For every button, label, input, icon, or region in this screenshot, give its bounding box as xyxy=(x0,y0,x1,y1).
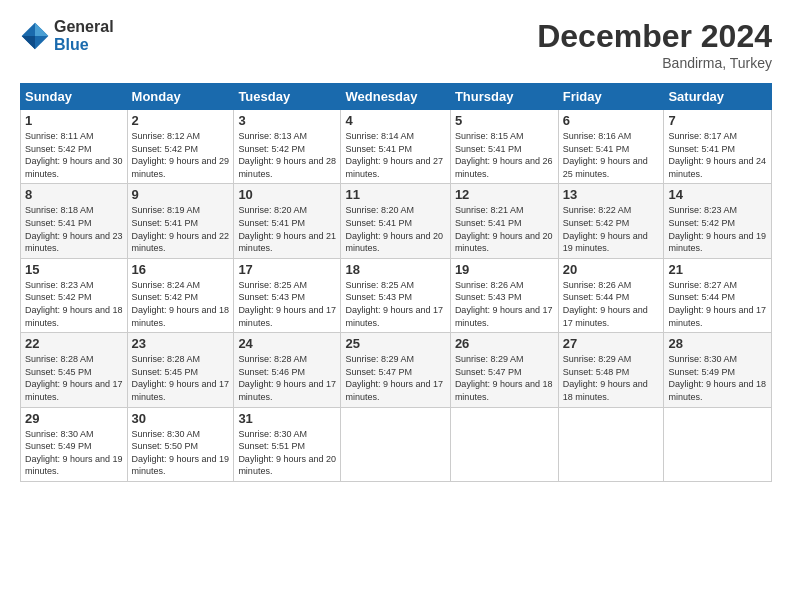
calendar-day-14: 14Sunrise: 8:23 AM Sunset: 5:42 PM Dayli… xyxy=(664,184,772,258)
day-info: Sunrise: 8:11 AM Sunset: 5:42 PM Dayligh… xyxy=(25,130,123,180)
day-info: Sunrise: 8:26 AM Sunset: 5:44 PM Dayligh… xyxy=(563,279,660,329)
logo-blue: Blue xyxy=(54,36,114,54)
day-number: 14 xyxy=(668,187,767,202)
day-number: 22 xyxy=(25,336,123,351)
day-info: Sunrise: 8:30 AM Sunset: 5:50 PM Dayligh… xyxy=(132,428,230,478)
calendar-day-18: 18Sunrise: 8:25 AM Sunset: 5:43 PM Dayli… xyxy=(341,258,450,332)
day-number: 9 xyxy=(132,187,230,202)
calendar-day-9: 9Sunrise: 8:19 AM Sunset: 5:41 PM Daylig… xyxy=(127,184,234,258)
day-number: 11 xyxy=(345,187,445,202)
day-number: 20 xyxy=(563,262,660,277)
day-info: Sunrise: 8:19 AM Sunset: 5:41 PM Dayligh… xyxy=(132,204,230,254)
day-number: 30 xyxy=(132,411,230,426)
calendar-day-27: 27Sunrise: 8:29 AM Sunset: 5:48 PM Dayli… xyxy=(558,333,664,407)
weekday-header-wednesday: Wednesday xyxy=(341,84,450,110)
day-info: Sunrise: 8:29 AM Sunset: 5:48 PM Dayligh… xyxy=(563,353,660,403)
calendar-day-6: 6Sunrise: 8:16 AM Sunset: 5:41 PM Daylig… xyxy=(558,110,664,184)
day-number: 19 xyxy=(455,262,554,277)
day-info: Sunrise: 8:13 AM Sunset: 5:42 PM Dayligh… xyxy=(238,130,336,180)
day-info: Sunrise: 8:18 AM Sunset: 5:41 PM Dayligh… xyxy=(25,204,123,254)
calendar-day-13: 13Sunrise: 8:22 AM Sunset: 5:42 PM Dayli… xyxy=(558,184,664,258)
day-number: 1 xyxy=(25,113,123,128)
day-number: 21 xyxy=(668,262,767,277)
day-info: Sunrise: 8:29 AM Sunset: 5:47 PM Dayligh… xyxy=(455,353,554,403)
day-info: Sunrise: 8:28 AM Sunset: 5:46 PM Dayligh… xyxy=(238,353,336,403)
calendar-day-17: 17Sunrise: 8:25 AM Sunset: 5:43 PM Dayli… xyxy=(234,258,341,332)
day-number: 27 xyxy=(563,336,660,351)
day-info: Sunrise: 8:23 AM Sunset: 5:42 PM Dayligh… xyxy=(668,204,767,254)
header: General Blue December 2024 Bandirma, Tur… xyxy=(20,18,772,71)
empty-cell xyxy=(664,407,772,481)
calendar-day-4: 4Sunrise: 8:14 AM Sunset: 5:41 PM Daylig… xyxy=(341,110,450,184)
day-number: 26 xyxy=(455,336,554,351)
calendar-day-20: 20Sunrise: 8:26 AM Sunset: 5:44 PM Dayli… xyxy=(558,258,664,332)
day-number: 13 xyxy=(563,187,660,202)
calendar-day-3: 3Sunrise: 8:13 AM Sunset: 5:42 PM Daylig… xyxy=(234,110,341,184)
day-number: 25 xyxy=(345,336,445,351)
svg-marker-1 xyxy=(35,22,48,35)
empty-cell xyxy=(558,407,664,481)
calendar-day-11: 11Sunrise: 8:20 AM Sunset: 5:41 PM Dayli… xyxy=(341,184,450,258)
calendar-day-12: 12Sunrise: 8:21 AM Sunset: 5:41 PM Dayli… xyxy=(450,184,558,258)
day-info: Sunrise: 8:12 AM Sunset: 5:42 PM Dayligh… xyxy=(132,130,230,180)
calendar-day-31: 31Sunrise: 8:30 AM Sunset: 5:51 PM Dayli… xyxy=(234,407,341,481)
day-info: Sunrise: 8:20 AM Sunset: 5:41 PM Dayligh… xyxy=(238,204,336,254)
calendar-day-25: 25Sunrise: 8:29 AM Sunset: 5:47 PM Dayli… xyxy=(341,333,450,407)
calendar-day-1: 1Sunrise: 8:11 AM Sunset: 5:42 PM Daylig… xyxy=(21,110,128,184)
calendar-week-5: 29Sunrise: 8:30 AM Sunset: 5:49 PM Dayli… xyxy=(21,407,772,481)
day-number: 12 xyxy=(455,187,554,202)
day-number: 16 xyxy=(132,262,230,277)
day-number: 10 xyxy=(238,187,336,202)
day-number: 15 xyxy=(25,262,123,277)
logo-general: General xyxy=(54,18,114,36)
day-info: Sunrise: 8:14 AM Sunset: 5:41 PM Dayligh… xyxy=(345,130,445,180)
day-number: 2 xyxy=(132,113,230,128)
page: General Blue December 2024 Bandirma, Tur… xyxy=(0,0,792,492)
day-number: 31 xyxy=(238,411,336,426)
calendar-day-24: 24Sunrise: 8:28 AM Sunset: 5:46 PM Dayli… xyxy=(234,333,341,407)
calendar-day-5: 5Sunrise: 8:15 AM Sunset: 5:41 PM Daylig… xyxy=(450,110,558,184)
weekday-header-thursday: Thursday xyxy=(450,84,558,110)
calendar-day-26: 26Sunrise: 8:29 AM Sunset: 5:47 PM Dayli… xyxy=(450,333,558,407)
day-number: 29 xyxy=(25,411,123,426)
day-info: Sunrise: 8:23 AM Sunset: 5:42 PM Dayligh… xyxy=(25,279,123,329)
calendar-day-30: 30Sunrise: 8:30 AM Sunset: 5:50 PM Dayli… xyxy=(127,407,234,481)
calendar-week-2: 8Sunrise: 8:18 AM Sunset: 5:41 PM Daylig… xyxy=(21,184,772,258)
day-number: 6 xyxy=(563,113,660,128)
calendar-day-2: 2Sunrise: 8:12 AM Sunset: 5:42 PM Daylig… xyxy=(127,110,234,184)
title-block: December 2024 Bandirma, Turkey xyxy=(537,18,772,71)
calendar-day-22: 22Sunrise: 8:28 AM Sunset: 5:45 PM Dayli… xyxy=(21,333,128,407)
day-info: Sunrise: 8:28 AM Sunset: 5:45 PM Dayligh… xyxy=(132,353,230,403)
calendar-day-8: 8Sunrise: 8:18 AM Sunset: 5:41 PM Daylig… xyxy=(21,184,128,258)
day-info: Sunrise: 8:25 AM Sunset: 5:43 PM Dayligh… xyxy=(345,279,445,329)
calendar-day-21: 21Sunrise: 8:27 AM Sunset: 5:44 PM Dayli… xyxy=(664,258,772,332)
logo-text: General Blue xyxy=(54,18,114,53)
day-info: Sunrise: 8:26 AM Sunset: 5:43 PM Dayligh… xyxy=(455,279,554,329)
day-info: Sunrise: 8:28 AM Sunset: 5:45 PM Dayligh… xyxy=(25,353,123,403)
day-info: Sunrise: 8:21 AM Sunset: 5:41 PM Dayligh… xyxy=(455,204,554,254)
day-number: 28 xyxy=(668,336,767,351)
day-number: 5 xyxy=(455,113,554,128)
day-info: Sunrise: 8:29 AM Sunset: 5:47 PM Dayligh… xyxy=(345,353,445,403)
day-number: 7 xyxy=(668,113,767,128)
calendar-day-23: 23Sunrise: 8:28 AM Sunset: 5:45 PM Dayli… xyxy=(127,333,234,407)
weekday-header-row: SundayMondayTuesdayWednesdayThursdayFrid… xyxy=(21,84,772,110)
weekday-header-monday: Monday xyxy=(127,84,234,110)
location: Bandirma, Turkey xyxy=(537,55,772,71)
calendar-day-15: 15Sunrise: 8:23 AM Sunset: 5:42 PM Dayli… xyxy=(21,258,128,332)
day-info: Sunrise: 8:30 AM Sunset: 5:51 PM Dayligh… xyxy=(238,428,336,478)
day-number: 4 xyxy=(345,113,445,128)
month-title: December 2024 xyxy=(537,18,772,55)
calendar-day-16: 16Sunrise: 8:24 AM Sunset: 5:42 PM Dayli… xyxy=(127,258,234,332)
day-number: 24 xyxy=(238,336,336,351)
calendar-day-7: 7Sunrise: 8:17 AM Sunset: 5:41 PM Daylig… xyxy=(664,110,772,184)
day-info: Sunrise: 8:16 AM Sunset: 5:41 PM Dayligh… xyxy=(563,130,660,180)
logo: General Blue xyxy=(20,18,114,53)
day-number: 17 xyxy=(238,262,336,277)
calendar-day-19: 19Sunrise: 8:26 AM Sunset: 5:43 PM Dayli… xyxy=(450,258,558,332)
calendar: SundayMondayTuesdayWednesdayThursdayFrid… xyxy=(20,83,772,482)
empty-cell xyxy=(450,407,558,481)
day-info: Sunrise: 8:15 AM Sunset: 5:41 PM Dayligh… xyxy=(455,130,554,180)
day-info: Sunrise: 8:20 AM Sunset: 5:41 PM Dayligh… xyxy=(345,204,445,254)
day-info: Sunrise: 8:17 AM Sunset: 5:41 PM Dayligh… xyxy=(668,130,767,180)
